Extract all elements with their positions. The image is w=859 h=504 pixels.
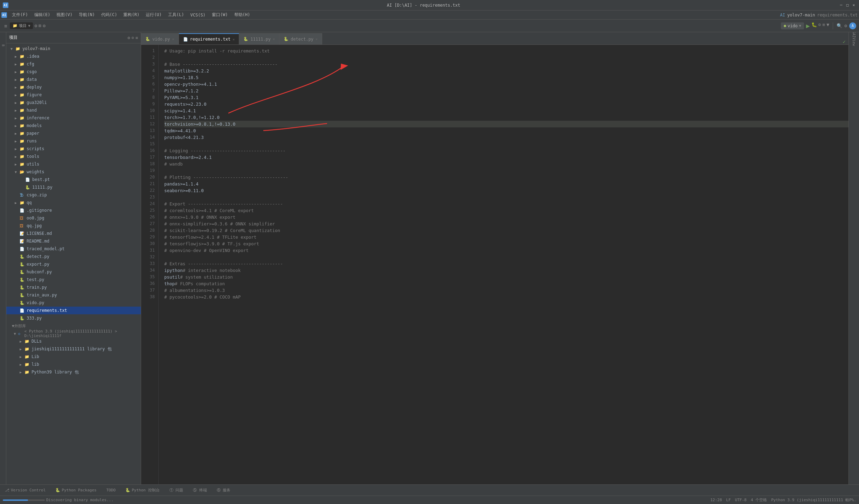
sidebar-item-data[interactable]: ▶ 📁 data bbox=[6, 76, 141, 83]
sidebar-item-utils[interactable]: ▶ 📁 utils bbox=[6, 160, 141, 168]
sidebar-item-cfg[interactable]: ▶ 📁 cfg bbox=[6, 60, 141, 68]
todo-tab[interactable]: TODO bbox=[104, 486, 118, 494]
project-badge[interactable]: 📁 项目 ▼ bbox=[10, 22, 33, 29]
sidebar-item-jieshiqi-lib[interactable]: ▶ 📁 jieshiqi1111111111111 library 包 bbox=[6, 345, 141, 353]
sidebar-item-tracedmodelpt[interactable]: 📄 traced_model.pt bbox=[6, 245, 141, 253]
sidebar-item-bestpt[interactable]: 📄 best.pt bbox=[6, 176, 141, 183]
sidebar-item-models[interactable]: ▶ 📁 models bbox=[6, 122, 141, 130]
sidebar-item-exportpy[interactable]: 🐍 export.py bbox=[6, 260, 141, 268]
sidebar-item-gitignore[interactable]: 📄 .gitignore bbox=[6, 206, 141, 214]
editor-area: 🐍 vido.py ✕ 📄 requirements.txt ✕ 🐍 11111… bbox=[141, 32, 848, 484]
external-section-header[interactable]: ▼ 外部库 bbox=[6, 322, 141, 330]
sidebar-item-csgo[interactable]: ▶ 📁 csgo bbox=[6, 68, 141, 76]
vido-run-config[interactable]: ● vido ▼ bbox=[781, 22, 804, 29]
settings-icon[interactable]: ⚙ bbox=[43, 23, 46, 28]
menu-run[interactable]: 运行(U) bbox=[143, 11, 165, 19]
sync-icon[interactable]: ⚙ bbox=[34, 23, 37, 28]
sidebar-item-requirementstxt[interactable]: 📄 requirements.txt bbox=[6, 307, 141, 314]
sidebar-item-oo0jpg[interactable]: 🖼 oo0.jpg bbox=[6, 214, 141, 222]
sidebar-item-trainpy[interactable]: 🐍 train.py bbox=[6, 284, 141, 291]
menu-edit[interactable]: 编辑(E) bbox=[32, 11, 53, 19]
menu-navigate[interactable]: 导航(N) bbox=[76, 11, 98, 19]
vcs-tab[interactable]: ⎇ Version Control bbox=[3, 486, 48, 494]
detectpy-tab-close[interactable]: ✕ bbox=[316, 37, 318, 41]
packages-tab[interactable]: 🐍 Python Packages bbox=[53, 486, 98, 494]
sidebar-item-weights[interactable]: ▼ 📂 weights bbox=[6, 168, 141, 176]
code-content[interactable]: # Usage: pip install -r requirements.txt… bbox=[159, 45, 848, 484]
layout-icon[interactable]: ⊞ bbox=[39, 23, 41, 28]
issues-tab[interactable]: ① 问题 bbox=[167, 486, 186, 494]
sidebar-item-gua320li[interactable]: ▶ 📁 gua320li bbox=[6, 99, 141, 106]
sidebar-item-11111py[interactable]: 🐍 11111.py bbox=[6, 183, 141, 191]
settings-toolbar-icon[interactable]: ⚙ bbox=[844, 23, 847, 28]
sidebar-item-runs[interactable]: ▶ 📁 runs bbox=[6, 137, 141, 145]
sidebar-item-detectpy[interactable]: 🐍 detect.py bbox=[6, 253, 141, 260]
vidopy-tab-close[interactable]: ✕ bbox=[172, 37, 174, 41]
menu-code[interactable]: 代码(C) bbox=[98, 11, 120, 19]
sidebar-item-paper[interactable]: ▶ 📁 paper bbox=[6, 130, 141, 137]
debug-button[interactable]: 🐛 bbox=[811, 22, 817, 29]
sidebar-item-hubconfpy[interactable]: 🐍 hubconf.py bbox=[6, 268, 141, 276]
11111py-tab-close[interactable]: ✕ bbox=[273, 37, 275, 41]
sidebar-gear-icon[interactable]: ⚙ bbox=[127, 35, 130, 40]
sidebar-item-scripts[interactable]: ▶ 📁 scripts bbox=[6, 145, 141, 153]
readmemd-icon: 📝 bbox=[20, 239, 25, 244]
terminal-tab[interactable]: ⑤ 终端 bbox=[191, 486, 209, 494]
sidebar-item-vidopy[interactable]: 🐍 vido.py bbox=[6, 299, 141, 307]
menu-tools[interactable]: 工具(L) bbox=[165, 11, 187, 19]
sidebar-item-hand[interactable]: ▶ 📁 hand bbox=[6, 106, 141, 114]
menu-vcs[interactable]: VCS(S) bbox=[188, 12, 208, 18]
sidebar-item-inference[interactable]: ▶ 📁 inference bbox=[6, 114, 141, 122]
user-avatar[interactable]: A bbox=[849, 22, 856, 29]
menu-help[interactable]: 帮助(H) bbox=[231, 11, 253, 19]
tab-11111py[interactable]: 🐍 11111.py ✕ bbox=[239, 33, 279, 44]
sidebar-item-figure[interactable]: ▶ 📁 figure bbox=[6, 91, 141, 99]
window-controls[interactable]: ─ □ ✕ bbox=[839, 3, 856, 8]
coverage-button[interactable]: ⊙ bbox=[818, 22, 821, 29]
sidebar-item-python39[interactable]: ▼ ◇ < Python 3.9 (jieshiqi11111111111111… bbox=[6, 330, 141, 337]
sidebar-item-dlls[interactable]: ▶ 📁 DLLs bbox=[6, 337, 141, 345]
sidebar-item-qq[interactable]: ▶ 📁 qq bbox=[6, 199, 141, 206]
sidebar-item-qqjpg[interactable]: 🖼 qq.jpg bbox=[6, 222, 141, 230]
sidebar-item-python39-lib[interactable]: ▶ 📁 Python39 library 包 bbox=[6, 368, 141, 376]
sidebar-scope-icon[interactable]: ⊙ bbox=[132, 35, 134, 40]
minimize-button[interactable]: ─ bbox=[839, 3, 844, 8]
sidebar-item-licensemd[interactable]: 📝 LICENSE.md bbox=[6, 230, 141, 237]
hamburger-icon[interactable]: ≡ bbox=[3, 23, 8, 29]
tab-requirementstxt[interactable]: 📄 requirements.txt ✕ bbox=[179, 33, 240, 44]
sidebar-item-lib-lower[interactable]: ▶ 📁 lib bbox=[6, 360, 141, 368]
sidebar-item-idea[interactable]: ▶ 📁 .idea bbox=[6, 52, 141, 60]
console-tab[interactable]: 🐍 Python 控制台 bbox=[123, 486, 161, 494]
services-tab[interactable]: ⑥ 服务 bbox=[215, 486, 233, 494]
bookmarks-icon[interactable]: B bbox=[0, 35, 6, 56]
sidebar-item-csgozip[interactable]: 🗜 csgo.zip bbox=[6, 191, 141, 199]
menu-window[interactable]: 窗口(W) bbox=[209, 11, 231, 19]
vidopy-tab-label: vido.py bbox=[152, 37, 170, 42]
sidebar-item-trainauxpy[interactable]: 🐍 train_aux.py bbox=[6, 291, 141, 299]
code-editor[interactable]: 1 2 3 4 5 6 7 8 9 10 11 12 13 14 15 16 1… bbox=[141, 45, 848, 484]
saview-icon[interactable]: SAIView bbox=[849, 34, 859, 43]
more-run-button[interactable]: ▼ bbox=[826, 22, 829, 29]
sidebar-item-lib[interactable]: ▶ 📁 Lib bbox=[6, 353, 141, 360]
run-button[interactable]: ▶ bbox=[806, 22, 810, 29]
sidebar-item-333py[interactable]: 🐍 333.py bbox=[6, 314, 141, 322]
close-button[interactable]: ✕ bbox=[851, 3, 856, 8]
sidebar-item-testpy[interactable]: 🐍 test.py bbox=[6, 276, 141, 284]
code-line-22: seaborn>=0.11.0 bbox=[164, 187, 848, 194]
sidebar-item-root[interactable]: ▼ 📁 yolov7-main bbox=[6, 45, 141, 52]
sidebar-layout-icon[interactable]: ≡ bbox=[136, 35, 138, 40]
sidebar-item-deploy[interactable]: ▶ 📁 deploy bbox=[6, 83, 141, 91]
menu-file[interactable]: 文件(F) bbox=[9, 11, 31, 19]
menu-view[interactable]: 视图(V) bbox=[54, 11, 75, 19]
sidebar-item-tools[interactable]: ▶ 📁 tools bbox=[6, 153, 141, 160]
reqtxt-tab-close[interactable]: ✕ bbox=[233, 37, 235, 41]
tab-detectpy[interactable]: 🐍 detect.py ✕ bbox=[279, 33, 322, 44]
menu-refactor[interactable]: 重构(R) bbox=[120, 11, 142, 19]
sidebar-item-readmemd[interactable]: 📝 README.md bbox=[6, 237, 141, 245]
profile-button[interactable]: ≡ bbox=[823, 22, 825, 29]
maximize-button[interactable]: □ bbox=[845, 3, 850, 8]
scripts-chevron: ▶ bbox=[15, 147, 20, 151]
toolbar-right: ● vido ▼ ▶ 🐛 ⊙ ≡ ▼ 🔍 ⚙ A bbox=[781, 22, 856, 29]
search-toolbar-icon[interactable]: 🔍 bbox=[837, 23, 842, 28]
tab-vidopy[interactable]: 🐍 vido.py ✕ bbox=[141, 33, 179, 44]
